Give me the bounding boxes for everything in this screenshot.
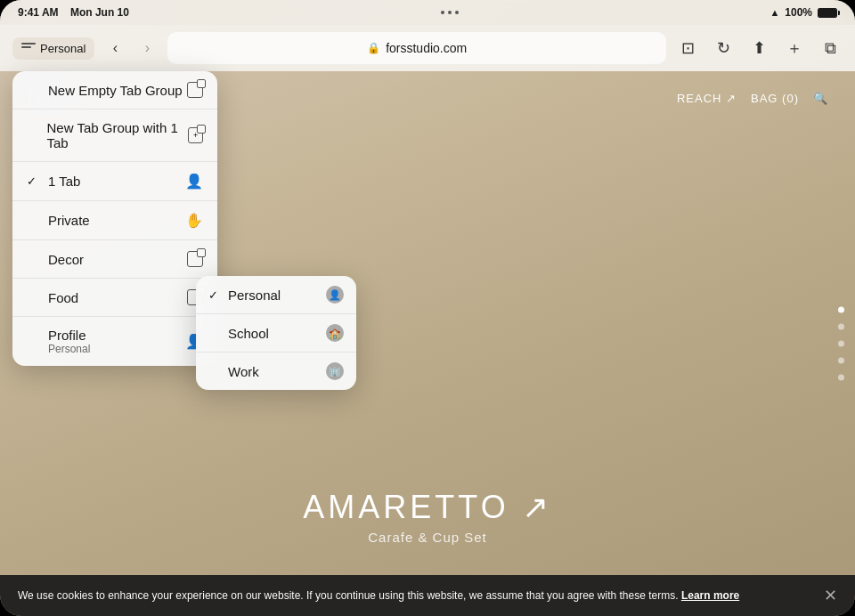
status-time: 9:41 AM Mon Jun 10 bbox=[18, 6, 129, 19]
decor-label: Decor bbox=[48, 252, 84, 267]
work-icon: 🏢 bbox=[326, 362, 344, 380]
menu-item-new-empty-tab-group[interactable]: New Empty Tab Group bbox=[12, 71, 217, 109]
profile-sub-label: Personal bbox=[48, 343, 90, 355]
battery-percent: 100% bbox=[785, 6, 812, 19]
new-tab-button[interactable]: ＋ bbox=[782, 36, 807, 61]
profile-text: Profile Personal bbox=[48, 328, 90, 355]
new-empty-tab-group-label: New Empty Tab Group bbox=[48, 83, 183, 98]
sub-personal-left: ✓ Personal bbox=[208, 288, 281, 303]
personal-label: Personal bbox=[228, 288, 281, 303]
sub-work-left: Work bbox=[208, 364, 259, 379]
status-right: ▲ 100% bbox=[770, 6, 837, 19]
slide-dot-3[interactable] bbox=[838, 341, 844, 347]
status-dot-3 bbox=[455, 11, 459, 14]
url-text: forsstudio.com bbox=[386, 41, 467, 55]
nav-search[interactable]: 🔍 bbox=[813, 92, 828, 105]
reload-button[interactable]: ↻ bbox=[711, 36, 736, 61]
menu-item-new-tab-group-with-tab[interactable]: New Tab Group with 1 Tab + bbox=[12, 109, 217, 162]
menu-item-left-6: Food bbox=[27, 290, 78, 305]
slide-dots bbox=[838, 307, 844, 381]
hand-icon: ✋ bbox=[185, 212, 203, 229]
status-dot-1 bbox=[441, 11, 444, 14]
browser-chrome: Personal ‹ › 🔒 forsstudio.com ⊡ ↻ ⬆ ＋ ⧉ bbox=[0, 25, 855, 71]
slide-dot-2[interactable] bbox=[838, 324, 844, 330]
personal-check: ✓ bbox=[208, 288, 221, 302]
lock-icon: 🔒 bbox=[367, 42, 380, 54]
tab-label: Personal bbox=[40, 42, 86, 55]
status-center bbox=[441, 11, 459, 14]
sub-menu-personal[interactable]: ✓ Personal 👤 bbox=[196, 276, 356, 314]
school-label: School bbox=[228, 326, 269, 341]
school-icon: 🏫 bbox=[326, 324, 344, 342]
status-dot-2 bbox=[448, 11, 452, 14]
sub-school-left: School bbox=[208, 326, 269, 341]
menu-item-profile[interactable]: Profile Personal 👤 bbox=[12, 317, 217, 366]
person-icon: 👤 bbox=[185, 173, 203, 190]
menu-item-left: New Empty Tab Group bbox=[27, 83, 183, 98]
forward-button[interactable]: › bbox=[135, 36, 159, 60]
cookie-banner: We use cookies to enhance your experienc… bbox=[0, 575, 855, 616]
cookie-learn-more[interactable]: Learn more bbox=[681, 589, 739, 602]
menu-check-1tab: ✓ bbox=[27, 174, 41, 188]
cookie-close-button[interactable]: ✕ bbox=[824, 586, 837, 605]
ipad-frame: 9:41 AM Mon Jun 10 ▲ 100% Personal ‹ › bbox=[0, 0, 855, 616]
nav-bag[interactable]: BAG (0) bbox=[751, 92, 799, 105]
food-label: Food bbox=[48, 290, 78, 305]
profile-row: Profile Personal 👤 bbox=[27, 328, 203, 355]
one-tab-label: 1 Tab bbox=[48, 174, 80, 189]
new-tab-group-label: New Tab Group with 1 Tab bbox=[47, 120, 189, 150]
browser-actions: ⊡ ↻ ⬆ ＋ ⧉ bbox=[675, 36, 843, 61]
work-label: Work bbox=[228, 364, 259, 379]
cookie-message: We use cookies to enhance your experienc… bbox=[18, 589, 679, 602]
battery-icon bbox=[818, 8, 837, 18]
menu-item-food[interactable]: Food bbox=[12, 279, 217, 317]
airdrop-button[interactable]: ⊡ bbox=[675, 36, 700, 61]
tab-group-plus-icon: + bbox=[188, 127, 203, 143]
tab-group-icon bbox=[187, 82, 203, 98]
slide-dot-1[interactable] bbox=[838, 307, 844, 313]
slide-dot-5[interactable] bbox=[838, 375, 844, 381]
cookie-text: We use cookies to enhance your experienc… bbox=[18, 588, 810, 604]
tab-dropdown-menu: New Empty Tab Group New Tab Group with 1… bbox=[12, 71, 217, 366]
menu-item-decor[interactable]: Decor bbox=[12, 240, 217, 279]
menu-item-private[interactable]: Private ✋ bbox=[12, 201, 217, 240]
tab-switcher-button[interactable]: Personal bbox=[12, 37, 94, 60]
hero-text: AMARETTO ↗ Carafe & Cup Set bbox=[303, 489, 551, 545]
address-bar[interactable]: 🔒 forsstudio.com bbox=[167, 32, 666, 64]
menu-item-left-2: New Tab Group with 1 Tab bbox=[27, 120, 188, 150]
tabs-button[interactable]: ⧉ bbox=[818, 36, 843, 61]
sub-menu-school[interactable]: School 🏫 bbox=[196, 314, 356, 353]
hero-subtitle: Carafe & Cup Set bbox=[303, 530, 551, 545]
menu-item-left-3: ✓ 1 Tab bbox=[27, 174, 80, 189]
personal-person-icon: 👤 bbox=[326, 286, 344, 304]
profile-name-label: Profile bbox=[48, 328, 90, 343]
back-button[interactable]: ‹ bbox=[103, 36, 126, 60]
site-nav: REACH ↗ BAG (0) 🔍 bbox=[677, 92, 828, 105]
menu-item-1-tab[interactable]: ✓ 1 Tab 👤 bbox=[12, 162, 217, 201]
profile-sub-dropdown: ✓ Personal 👤 School 🏫 Work 🏢 bbox=[196, 276, 356, 390]
tab-grid-icon bbox=[21, 43, 36, 53]
sub-menu-work[interactable]: Work 🏢 bbox=[196, 353, 356, 390]
menu-item-left-7: Profile Personal bbox=[27, 328, 90, 355]
menu-item-left-5: Decor bbox=[27, 252, 84, 267]
wifi-icon: ▲ bbox=[770, 7, 779, 18]
menu-item-left-4: Private bbox=[27, 213, 90, 228]
battery-fill bbox=[818, 9, 836, 17]
share-button[interactable]: ⬆ bbox=[746, 36, 771, 61]
decor-tab-icon bbox=[187, 251, 203, 267]
hero-title: AMARETTO ↗ bbox=[303, 489, 551, 526]
slide-dot-4[interactable] bbox=[838, 358, 844, 364]
status-bar: 9:41 AM Mon Jun 10 ▲ 100% bbox=[0, 0, 855, 25]
nav-reach[interactable]: REACH ↗ bbox=[677, 92, 737, 105]
private-label: Private bbox=[48, 213, 90, 228]
